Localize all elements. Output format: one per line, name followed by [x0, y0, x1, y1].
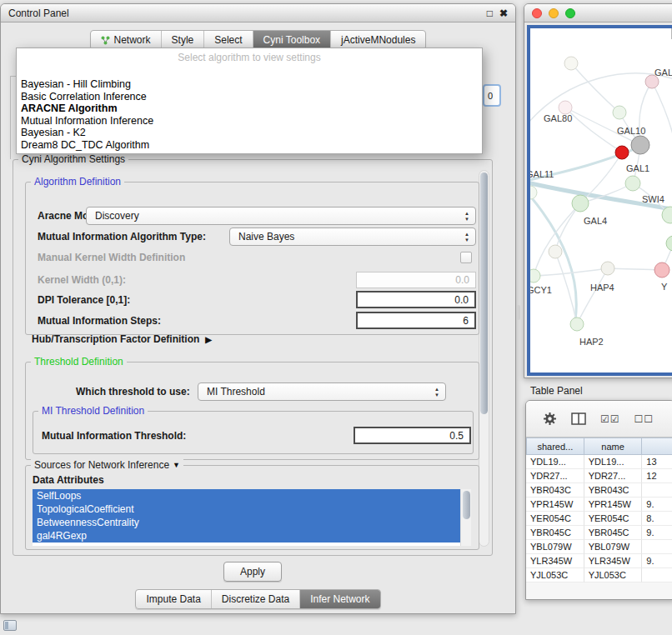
which-threshold-select[interactable]: MI Threshold ▲▼	[198, 382, 446, 401]
settings-scrollbar-thumb[interactable]	[480, 172, 488, 414]
tab-infer-network[interactable]: Infer Network	[299, 590, 379, 608]
column-header-name[interactable]: name	[584, 438, 643, 455]
table-cell[interactable]: YBL079W	[526, 540, 584, 554]
network-window-titlebar[interactable]	[524, 4, 672, 22]
list-item[interactable]: BetweennessCentrality	[33, 516, 460, 529]
node-gal4[interactable]	[572, 195, 589, 212]
tab-select[interactable]: Select	[203, 31, 252, 49]
tab-network[interactable]: Network	[91, 31, 161, 49]
node-unlabeled[interactable]	[549, 245, 562, 258]
minimized-panel-icon[interactable]	[3, 620, 17, 631]
table-cell[interactable]: YER054C	[526, 512, 584, 526]
mi-algorithm-type-value: Naive Bayes	[238, 231, 294, 242]
minimize-button[interactable]	[549, 8, 559, 18]
kernel-width-field[interactable]: 0.0	[356, 272, 476, 288]
list-scrollbar[interactable]	[460, 489, 471, 546]
table-cell[interactable]: YLR345W	[584, 554, 643, 568]
node-gcy1[interactable]	[530, 269, 540, 282]
table-columns-icon[interactable]	[571, 412, 586, 425]
menu-item-bayesian-k2[interactable]: Bayesian - K2	[17, 127, 482, 139]
table-cell[interactable]: YJL053C	[526, 568, 584, 582]
table-cell[interactable]: YBR045C	[526, 526, 584, 540]
table-cell[interactable]: 13	[642, 455, 672, 469]
node-hap4[interactable]	[601, 262, 614, 275]
deselect-all-checkboxes-icon[interactable]: ☐☐	[634, 413, 654, 425]
node-unlabeled[interactable]	[613, 106, 626, 119]
table-cell[interactable]: YDR27...	[526, 469, 584, 483]
control-panel-titlebar[interactable]: Control Panel □ ✖	[1, 4, 515, 22]
menu-item-mutual-information[interactable]: Mutual Information Inference	[17, 115, 482, 128]
node-unlabeled[interactable]	[666, 236, 672, 251]
sources-toggle[interactable]: Sources for Network Inference ▼	[31, 459, 183, 471]
aracne-mode-select[interactable]: Discovery ▲▼	[86, 207, 476, 225]
list-item[interactable]: TopologicalCoefficient	[33, 502, 460, 516]
panel-splitter-handle[interactable]	[517, 305, 520, 320]
node-y-clipped[interactable]	[654, 262, 669, 278]
table-cell[interactable]: 9.	[642, 554, 672, 568]
sources-title: Sources for Network Inference	[34, 459, 169, 471]
table-cell[interactable]: 12	[642, 469, 672, 483]
table-cell[interactable]: YDL19...	[526, 455, 584, 469]
node-label: GAL8	[654, 68, 672, 78]
mi-threshold-field[interactable]: 0.5	[354, 427, 471, 444]
table-cell[interactable]: 8.	[642, 512, 672, 526]
table-row: YDL19... YDL19... 13	[526, 455, 672, 469]
menu-item-aracne[interactable]: ARACNE Algorithm	[17, 102, 482, 115]
close-window-icon[interactable]: ✖	[499, 8, 508, 18]
hub-definition-toggle[interactable]: Hub/Transcription Factor Definition ▶	[32, 333, 212, 345]
mi-steps-field[interactable]: 6	[356, 312, 476, 329]
tab-discretize-data[interactable]: Discretize Data	[211, 590, 299, 608]
table-cell[interactable]: YJL053C	[584, 568, 643, 582]
table-cell[interactable]: 9.	[642, 526, 672, 540]
table-cell[interactable]: YDL19...	[584, 455, 643, 469]
apply-button[interactable]: Apply	[223, 562, 282, 582]
table-cell[interactable]: YBR043C	[584, 483, 643, 498]
table-cell[interactable]	[642, 483, 672, 498]
table-cell[interactable]	[642, 568, 672, 582]
table-cell[interactable]: YLR345W	[526, 554, 584, 568]
list-item[interactable]: gal4RGexp	[33, 529, 460, 542]
close-button[interactable]	[532, 8, 542, 18]
manual-kernel-width-checkbox[interactable]	[460, 252, 472, 263]
table-cell[interactable]: YER054C	[584, 512, 643, 526]
gear-icon[interactable]	[543, 412, 557, 426]
network-canvas[interactable]: GAL8 GAL80 GAL10 GAL11 GAL1 SWI4 GAL4 GC…	[527, 25, 672, 376]
zoom-button[interactable]	[565, 8, 575, 18]
node-unlabeled[interactable]	[564, 57, 578, 70]
table-cell[interactable]: YDR27...	[584, 469, 643, 483]
menu-item-basic-correlation[interactable]: Basic Correlation Inference	[17, 91, 482, 103]
list-item[interactable]: SelfLoops	[33, 489, 460, 502]
settings-scrollbar[interactable]	[479, 170, 489, 547]
table-cell[interactable]	[642, 540, 672, 554]
select-all-checkboxes-icon[interactable]: ☑☑	[600, 413, 620, 425]
list-scrollbar-thumb[interactable]	[463, 491, 470, 519]
node-selected-red[interactable]	[615, 146, 629, 159]
tab-impute-data[interactable]: Impute Data	[136, 590, 210, 608]
node-gal80[interactable]	[559, 101, 572, 114]
mi-algorithm-type-select[interactable]: Naive Bayes ▲▼	[229, 228, 476, 246]
node-gal1[interactable]	[625, 176, 640, 191]
float-window-icon[interactable]: □	[487, 8, 493, 18]
algorithm-menu-placeholder: Select algorithm to view settings	[17, 48, 482, 63]
table-cell[interactable]: 9.	[642, 498, 672, 512]
table-cell[interactable]: YPR145W	[584, 498, 643, 512]
tab-style[interactable]: Style	[161, 31, 204, 49]
column-header-shared[interactable]: shared...	[526, 438, 584, 455]
column-header-clipped[interactable]	[642, 438, 672, 455]
node-hap2[interactable]	[570, 318, 584, 331]
table-cell[interactable]: YBR043C	[526, 483, 584, 498]
network-view-window: GAL8 GAL80 GAL10 GAL11 GAL1 SWI4 GAL4 GC…	[524, 3, 672, 378]
table-cell[interactable]: YBR045C	[584, 526, 643, 540]
network-graph: GAL8 GAL80 GAL10 GAL11 GAL1 SWI4 GAL4 GC…	[530, 28, 672, 372]
table-cell[interactable]: YBL079W	[584, 540, 643, 554]
menu-item-bayesian-hill-climbing[interactable]: Bayesian - Hill Climbing	[17, 78, 482, 91]
node-gal11[interactable]	[530, 186, 537, 199]
node-gal10[interactable]	[631, 136, 649, 154]
dpi-tolerance-field[interactable]: 0.0	[356, 291, 476, 308]
table-panel-window: ☑☑ ☐☐ shared... name YDL19... YDL19... 1…	[525, 400, 672, 600]
tab-jactivemnodules[interactable]: jActiveMNodules	[330, 31, 425, 49]
mi-threshold-label: Mutual Information Threshold:	[42, 427, 186, 445]
menu-item-dream8[interactable]: Dream8 DC_TDC Algorithm	[17, 139, 482, 152]
table-cell[interactable]: YPR145W	[526, 498, 584, 512]
tab-cyni-toolbox[interactable]: Cyni Toolbox	[253, 31, 330, 49]
